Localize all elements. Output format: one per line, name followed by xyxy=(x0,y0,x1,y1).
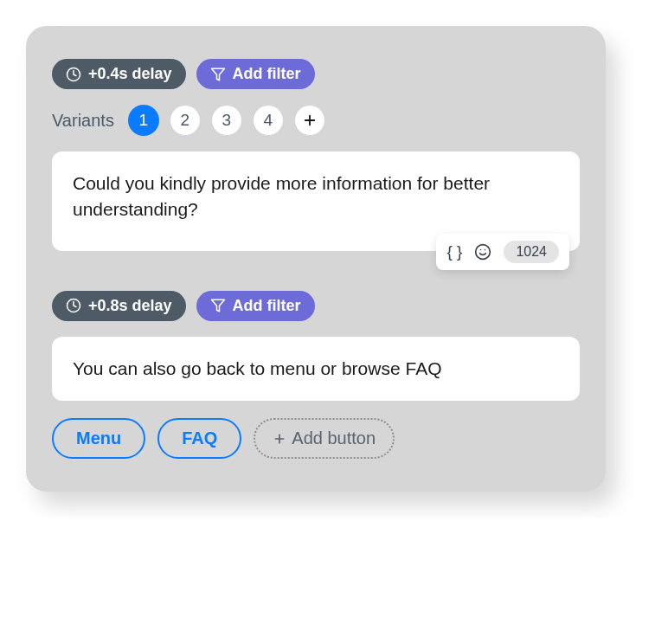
delay-pill[interactable]: +0.4s delay xyxy=(52,59,186,89)
delay-label: +0.4s delay xyxy=(88,65,172,83)
clock-icon xyxy=(66,298,81,313)
variant-add-button[interactable] xyxy=(294,105,325,136)
add-filter-button[interactable]: Add filter xyxy=(196,59,315,89)
variant-tab-2[interactable]: 2 xyxy=(170,105,201,136)
delay-pill-2[interactable]: +0.8s delay xyxy=(52,291,186,321)
message-toolbar: { } 1024 xyxy=(436,234,569,270)
section2: +0.8s delay Add filter You can also go b… xyxy=(52,291,580,459)
faq-button[interactable]: FAQ xyxy=(157,418,241,459)
add-filter-button-2[interactable]: Add filter xyxy=(196,291,315,321)
svg-point-4 xyxy=(476,245,491,260)
filter-icon xyxy=(210,67,226,82)
filter-icon xyxy=(210,298,226,313)
add-filter-label: Add filter xyxy=(233,65,301,83)
char-count: 1024 xyxy=(504,241,559,263)
variants-row: Variants 1 2 3 4 xyxy=(52,105,580,136)
button-row: Menu FAQ Add button xyxy=(52,418,580,459)
variant-tab-4[interactable]: 4 xyxy=(253,105,284,136)
plus-icon xyxy=(273,432,286,446)
section2-controls: +0.8s delay Add filter xyxy=(52,291,580,321)
message-block-1: Could you kindly provide more informatio… xyxy=(52,151,580,251)
variants-label: Variants xyxy=(52,111,114,131)
braces-icon[interactable]: { } xyxy=(446,242,462,261)
svg-marker-1 xyxy=(211,68,224,80)
add-filter-label-2: Add filter xyxy=(233,297,301,315)
emoji-icon[interactable] xyxy=(474,243,491,261)
add-button-label: Add button xyxy=(292,428,376,448)
svg-marker-8 xyxy=(211,300,224,312)
plus-icon xyxy=(302,113,318,128)
message-text-2[interactable]: You can also go back to menu or browse F… xyxy=(52,337,580,401)
menu-button[interactable]: Menu xyxy=(52,418,145,459)
add-button[interactable]: Add button xyxy=(254,418,395,459)
clock-icon xyxy=(66,67,81,82)
delay-label-2: +0.8s delay xyxy=(88,297,172,315)
section1-controls: +0.4s delay Add filter xyxy=(52,59,580,89)
variant-tab-1[interactable]: 1 xyxy=(128,105,159,136)
editor-card: +0.4s delay Add filter Variants 1 2 3 4 … xyxy=(26,26,606,492)
variant-tab-3[interactable]: 3 xyxy=(211,105,242,136)
